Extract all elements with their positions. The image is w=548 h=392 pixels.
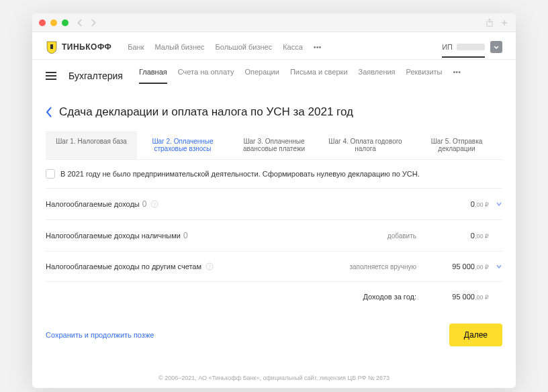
next-button[interactable]: Далее bbox=[449, 324, 502, 346]
expand-chevron-icon[interactable] bbox=[496, 201, 502, 207]
steps: Шаг 1. Налоговая база Шаг 2. Оплаченные … bbox=[46, 131, 502, 160]
page-title: Сдача декларации и оплата налога по УСН … bbox=[59, 105, 353, 119]
back-chevron-icon[interactable] bbox=[46, 107, 52, 117]
save-continue-link[interactable]: Сохранить и продолжить позже bbox=[46, 331, 154, 339]
income-amount: 0,00 ₽ bbox=[428, 200, 489, 208]
maximize-window-icon[interactable] bbox=[62, 19, 68, 26]
minimize-window-icon[interactable] bbox=[50, 19, 57, 26]
step-1[interactable]: Шаг 1. Налоговая база bbox=[46, 131, 137, 159]
app-window: ТИНЬКОФФ Банк Малый бизнес Большой бизне… bbox=[32, 13, 516, 388]
income-row-3: Налогооблагаемые доходы по другим счетам… bbox=[46, 252, 502, 282]
window-controls bbox=[39, 19, 68, 26]
footer-text: © 2006–2021, АО «Тинькофф Банк», официал… bbox=[32, 365, 516, 388]
tab-letters[interactable]: Письма и сверки bbox=[290, 68, 348, 84]
tab-main[interactable]: Главная bbox=[139, 68, 167, 84]
zero-declaration-checkbox[interactable] bbox=[46, 169, 55, 179]
account-prefix: ИП bbox=[442, 43, 453, 51]
svg-text:?: ? bbox=[208, 264, 212, 270]
step-4[interactable]: Шаг 4. Оплата годового налога bbox=[320, 131, 411, 159]
chevron-down-icon bbox=[493, 44, 500, 50]
actions: Сохранить и продолжить позже Далее bbox=[46, 311, 502, 352]
topnav-link-big-biz[interactable]: Большой бизнес bbox=[216, 43, 273, 51]
sub-tabs: Главная Счета на оплату Операции Письма … bbox=[139, 68, 461, 84]
forward-icon[interactable] bbox=[89, 19, 97, 27]
back-icon[interactable] bbox=[77, 19, 85, 27]
top-nav: ТИНЬКОФФ Банк Малый бизнес Большой бизне… bbox=[32, 32, 516, 60]
income-label: Налогооблагаемые доходы наличными bbox=[46, 232, 181, 240]
plus-icon[interactable] bbox=[500, 18, 509, 28]
income-amount: 95 000,00 ₽ bbox=[428, 262, 489, 271]
income-amount: 0,00 ₽ bbox=[428, 232, 489, 240]
browser-nav bbox=[77, 19, 97, 27]
topnav-link-kassa[interactable]: Касса bbox=[283, 43, 303, 51]
account-section: ИП bbox=[442, 41, 502, 53]
help-icon[interactable]: ? bbox=[205, 262, 214, 271]
logo[interactable]: ТИНЬКОФФ bbox=[46, 40, 111, 54]
income-count: 0 bbox=[183, 231, 188, 240]
close-window-icon[interactable] bbox=[39, 19, 46, 26]
account-dropdown[interactable] bbox=[490, 41, 502, 53]
topnav-links: Банк Малый бизнес Большой бизнес Касса •… bbox=[128, 43, 321, 51]
total-amount: 95 000,00 ₽ bbox=[428, 293, 489, 301]
income-count: 0 bbox=[142, 199, 147, 209]
step-2[interactable]: Шаг 2. Оплаченные страховые взносы bbox=[137, 131, 228, 159]
help-icon[interactable]: ? bbox=[150, 200, 158, 208]
income-label: Налогооблагаемые доходы по другим счетам bbox=[46, 262, 201, 271]
content: Сдача декларации и оплата налога по УСН … bbox=[32, 92, 516, 365]
section-title: Бухгалтерия bbox=[68, 70, 123, 81]
tab-operations[interactable]: Операции bbox=[244, 68, 279, 84]
page-header: Сдача декларации и оплата налога по УСН … bbox=[46, 105, 502, 119]
zero-declaration-row: В 2021 году не было предпринимательской … bbox=[46, 160, 502, 189]
zero-declaration-label: В 2021 году не было предпринимательской … bbox=[60, 170, 420, 178]
titlebar bbox=[32, 13, 516, 32]
expand-chevron-icon[interactable] bbox=[496, 263, 502, 270]
topnav-link-small-biz[interactable]: Малый бизнес bbox=[154, 43, 204, 51]
share-icon[interactable] bbox=[485, 18, 494, 28]
svg-text:?: ? bbox=[153, 201, 156, 207]
logo-text: ТИНЬКОФФ bbox=[62, 42, 111, 52]
logo-shield-icon bbox=[46, 40, 58, 54]
svg-rect-1 bbox=[50, 44, 53, 49]
tab-invoices[interactable]: Счета на оплату bbox=[178, 68, 234, 84]
add-action-link[interactable]: добавить bbox=[387, 232, 416, 240]
total-row: Доходов за год: 95 000,00 ₽ bbox=[46, 282, 502, 311]
topnav-link-bank[interactable]: Банк bbox=[128, 43, 144, 51]
topnav-more-icon[interactable]: ••• bbox=[314, 43, 322, 51]
sub-nav: Бухгалтерия Главная Счета на оплату Опер… bbox=[32, 60, 516, 92]
income-row-2: Налогооблагаемые доходы наличными 0 доба… bbox=[46, 220, 502, 252]
step-5[interactable]: Шаг 5. Отправка декларации bbox=[411, 131, 502, 159]
income-row-1: Налогооблагаемые доходы 0 ? 0,00 ₽ bbox=[46, 189, 502, 220]
total-label: Доходов за год: bbox=[363, 293, 416, 301]
manual-fill-note: заполняется вручную bbox=[349, 263, 416, 271]
subnav-more-icon[interactable]: ••• bbox=[453, 68, 461, 84]
step-3[interactable]: Шаг 3. Оплаченные авансовые платежи bbox=[228, 131, 320, 159]
account-name-placeholder bbox=[457, 44, 485, 50]
income-label: Налогооблагаемые доходы bbox=[46, 200, 140, 208]
burger-menu-icon[interactable] bbox=[46, 72, 56, 80]
tab-requisites[interactable]: Реквизиты bbox=[406, 68, 443, 84]
tab-applications[interactable]: Заявления bbox=[359, 68, 396, 84]
